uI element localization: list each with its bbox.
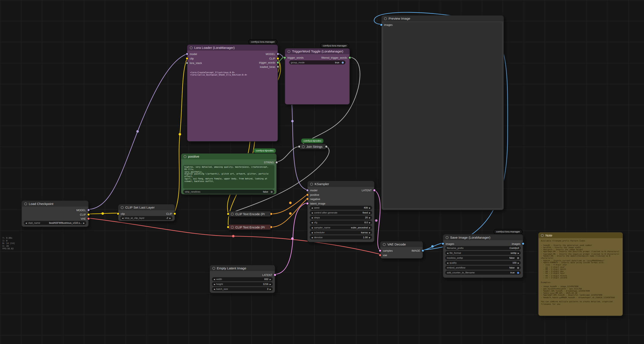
arrow-right-icon[interactable]: ▶ — [169, 217, 171, 219]
port-model-input[interactable]: model — [306, 188, 317, 192]
port-dot-conditioning-output[interactable] — [270, 226, 272, 228]
collapse-icon[interactable] — [446, 236, 448, 239]
port-dot-clip-input[interactable] — [227, 226, 230, 228]
node-title-bar[interactable]: KSampler — [308, 181, 374, 187]
port-dot-image[interactable] — [421, 249, 424, 252]
arrow-right-icon[interactable]: ▶ — [270, 283, 271, 285]
widget-control-after-generate[interactable]: ◀ control after generate fixed ▶ — [310, 211, 372, 215]
node-title-bar[interactable]: TriggerWord Toggle (LoraManager) — [285, 48, 350, 54]
prompt-textarea[interactable]: highres, very detailed, amazing quality,… — [183, 165, 274, 188]
arrow-left-icon[interactable]: ◀ — [26, 222, 27, 224]
port-clip-input[interactable]: clip — [186, 56, 194, 60]
arrow-left-icon[interactable]: ◀ — [311, 226, 313, 228]
port-dot-vae[interactable] — [87, 217, 90, 220]
port-model-input[interactable]: model — [186, 52, 197, 56]
comfyui-canvas-viewport[interactable]: T: 0.00s I: 0 N: 14 [14] V: 28 FPS:56.82… — [0, 0, 644, 344]
node-triggerword-toggle[interactable]: TriggerWord Toggle (LoraManager) trigger… — [284, 48, 350, 105]
port-lora-stack-input[interactable]: lora_stack — [186, 61, 202, 65]
port-dot-clip[interactable] — [186, 57, 188, 60]
arrow-right-icon[interactable]: ▶ — [518, 252, 519, 254]
toggle-dot[interactable] — [517, 257, 519, 259]
widget-group-mode[interactable]: group_mode true — [289, 60, 345, 64]
collapse-icon[interactable] — [212, 267, 215, 270]
arrow-right-icon[interactable]: ▶ — [369, 207, 370, 209]
arrow-left-icon[interactable]: ◀ — [214, 278, 215, 280]
note-text[interactable]: Available filename_prefix Pattern Codes … — [541, 240, 621, 314]
arrow-left-icon[interactable]: ◀ — [311, 222, 313, 224]
port-dot-conditioning[interactable] — [306, 197, 309, 200]
port-dot-model[interactable] — [306, 189, 309, 192]
collapse-icon[interactable] — [302, 145, 304, 148]
arrow-right-icon[interactable]: ▶ — [270, 278, 271, 280]
toggle-dot[interactable] — [517, 272, 519, 274]
arrow-left-icon[interactable]: ◀ — [447, 262, 448, 264]
port-dot-string-input[interactable] — [298, 145, 300, 148]
port-images-input[interactable]: images — [380, 22, 393, 27]
widget-scheduler[interactable]: ◀ scheduler karras ▶ — [310, 230, 372, 234]
arrow-left-icon[interactable]: ◀ — [311, 207, 313, 209]
widget-denoise[interactable]: ◀ denoise 1.00 ▶ — [310, 235, 372, 239]
widget-width[interactable]: ◀ width 832 ▶ — [212, 277, 272, 281]
node-note[interactable]: Note Available filename_prefix Pattern C… — [538, 232, 623, 316]
widget-embed-workflow[interactable]: embed_workflow false — [445, 266, 521, 270]
port-loaded-loras-output[interactable]: loaded_loras — [260, 64, 279, 68]
collapse-icon[interactable] — [231, 226, 234, 228]
node-positive-prompt[interactable]: positive STRING highres, very detailed, … — [181, 153, 277, 194]
collapse-icon[interactable] — [288, 50, 290, 53]
port-dot-latent[interactable] — [373, 189, 376, 192]
collapse-icon[interactable] — [121, 206, 124, 209]
port-dot-trigger-words[interactable] — [276, 61, 279, 64]
node-vae-decode[interactable]: VAE Decode samples vae IMAGE — [380, 241, 423, 259]
node-empty-latent-image[interactable]: Empty Latent Image LATENT ◀ width 832 ▶ … — [210, 265, 275, 293]
port-model-output[interactable]: MODEL — [76, 208, 90, 212]
node-title-bar[interactable]: VAE Decode — [380, 242, 422, 247]
port-positive-input[interactable]: positive — [306, 192, 319, 197]
node-join-strings[interactable]: Join Strings — [299, 144, 326, 150]
port-trigger-words-output[interactable]: trigger_words — [259, 60, 279, 64]
port-dot-latent[interactable] — [274, 273, 276, 276]
port-dot-image[interactable] — [522, 242, 524, 245]
arrow-right-icon[interactable]: ▶ — [518, 262, 519, 264]
wire-positive-to-joinstrings[interactable] — [276, 146, 299, 162]
port-dot-model[interactable] — [276, 52, 279, 55]
arrow-right-icon[interactable]: ▶ — [369, 222, 370, 224]
arrow-left-icon[interactable]: ◀ — [311, 232, 313, 234]
port-dot-latent[interactable] — [306, 202, 309, 204]
port-dot-vae[interactable] — [379, 254, 382, 256]
port-dot-string-output[interactable] — [325, 145, 328, 148]
node-title-bar[interactable]: Save Image (LoraManager) — [443, 234, 523, 240]
port-images-input[interactable]: images — [442, 242, 454, 246]
widget-file-format[interactable]: ◀ file_format webp ▶ — [445, 251, 521, 255]
widget-steps[interactable]: ◀ steps 20 ▶ — [310, 216, 372, 220]
lora-text-widget[interactable]: <lora:CreateConcept_Illustrious:0.8> <lo… — [190, 71, 275, 76]
collapse-icon[interactable] — [184, 155, 186, 158]
port-dot-image[interactable] — [380, 23, 383, 26]
arrow-right-icon[interactable]: ▶ — [369, 212, 370, 214]
widget-add-counter-to-filename[interactable]: add_counter_to_filename true — [445, 271, 521, 275]
node-title-bar[interactable]: Lora Loader (LoraManager) — [187, 45, 278, 50]
widget-height[interactable]: ◀ height 1216 ▶ — [212, 282, 272, 286]
port-dot-loaded-loras[interactable] — [276, 65, 279, 68]
port-dot-filtered-trigger-words[interactable] — [348, 56, 351, 59]
port-latent-image-input[interactable]: latent_image — [306, 201, 325, 205]
port-dot-conditioning-output[interactable] — [270, 212, 272, 215]
widget-lossless-webp[interactable]: lossless_webp false — [445, 256, 521, 260]
port-dot-clip[interactable] — [117, 212, 120, 215]
widget-seed[interactable]: ◀ seed 409 ▶ — [310, 206, 372, 210]
port-dot-model[interactable] — [186, 52, 188, 55]
port-latent-output[interactable]: LATENT — [262, 272, 276, 276]
arrow-right-icon[interactable]: ▶ — [369, 217, 370, 219]
port-trigger-words-input[interactable]: trigger_words — [284, 56, 304, 60]
port-dot-image[interactable] — [442, 242, 444, 245]
node-ksampler[interactable]: KSampler model positive negative latent_… — [307, 181, 374, 242]
node-lora-loader[interactable]: Lora Loader (LoraManager) model clip lor… — [187, 44, 278, 142]
port-filtered-trigger-words-output[interactable]: filtered_trigger_words — [322, 56, 351, 60]
port-dot-clip-input[interactable] — [227, 212, 230, 215]
port-dot-trigger-words[interactable] — [284, 56, 286, 59]
arrow-right-icon[interactable]: ▶ — [270, 288, 271, 290]
arrow-left-icon[interactable]: ◀ — [311, 217, 313, 219]
node-title-bar[interactable]: positive — [181, 154, 276, 159]
collapse-icon[interactable] — [24, 202, 27, 205]
port-latent-output[interactable]: LATENT — [362, 188, 376, 192]
widget-quality[interactable]: ◀ quality 100 ▶ — [445, 261, 521, 265]
